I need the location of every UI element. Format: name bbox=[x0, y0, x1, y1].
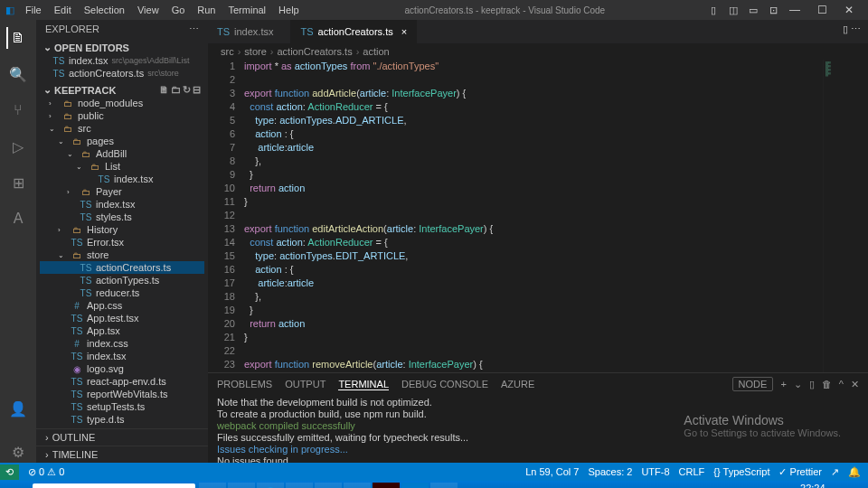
split-editor-icon[interactable]: ▯ bbox=[843, 23, 848, 34]
tree-item[interactable]: TSstyles.ts bbox=[40, 211, 204, 223]
open-editor-item[interactable]: TSindex.tsx src\pages\AddBill\List bbox=[40, 54, 204, 67]
tree-item[interactable]: TSactionTypes.ts bbox=[40, 274, 204, 286]
terminal-dropdown-icon[interactable]: ⌄ bbox=[794, 379, 802, 390]
project-section[interactable]: ⌄KEEPTRACK 🗎 🗀 ↻ ⊟ bbox=[40, 83, 204, 97]
collapse-icon[interactable]: ⊟ bbox=[193, 84, 201, 96]
clock[interactable]: 22:2420-Apr-23 bbox=[800, 483, 844, 488]
split-terminal-icon[interactable]: ▯ bbox=[809, 379, 815, 390]
status-item[interactable]: Ln 59, Col 7 bbox=[525, 466, 579, 477]
search-icon[interactable]: 🔍 bbox=[7, 63, 29, 85]
tree-item[interactable]: TStype.d.ts bbox=[40, 413, 204, 426]
status-item[interactable]: Spaces: 2 bbox=[588, 466, 632, 477]
menu-go[interactable]: Go bbox=[166, 3, 191, 17]
status-item[interactable]: {} TypeScript bbox=[713, 466, 769, 477]
illustrator-app-icon[interactable]: Ai bbox=[373, 483, 400, 488]
tree-item[interactable]: ⌄🗀List bbox=[40, 160, 204, 173]
refresh-icon[interactable]: ↻ bbox=[183, 84, 191, 96]
status-item[interactable]: ↗ bbox=[831, 466, 839, 478]
editor-tab[interactable]: TS actionCreators.ts × bbox=[291, 20, 417, 43]
tree-item[interactable]: ›🗀public bbox=[40, 109, 204, 122]
kill-terminal-icon[interactable]: 🗑 bbox=[822, 379, 832, 389]
tree-item[interactable]: ›🗀History bbox=[40, 223, 204, 236]
toggle-panel-icon[interactable]: ▯ bbox=[705, 2, 722, 18]
panel-tab-output[interactable]: OUTPUT bbox=[285, 379, 326, 389]
tree-item[interactable]: #App.css bbox=[40, 299, 204, 312]
settings-icon[interactable]: ⚙ bbox=[7, 441, 29, 463]
explorer-icon[interactable]: 🗎 bbox=[6, 27, 28, 49]
start-button[interactable]: ⊞ bbox=[4, 483, 29, 488]
menu-file[interactable]: File bbox=[20, 3, 47, 17]
menu-selection[interactable]: Selection bbox=[79, 3, 130, 17]
run-debug-icon[interactable]: ▷ bbox=[7, 136, 29, 157]
more-actions-icon[interactable]: ⋯ bbox=[851, 23, 861, 34]
status-item[interactable]: UTF-8 bbox=[641, 466, 669, 477]
new-terminal-icon[interactable]: + bbox=[780, 379, 786, 389]
tree-item[interactable]: #index.css bbox=[40, 337, 204, 350]
taskbar-search[interactable]: 🔍 Type here to search bbox=[33, 483, 195, 488]
menu-edit[interactable]: Edit bbox=[49, 3, 77, 17]
outline-section[interactable]: ›OUTLINE bbox=[36, 428, 208, 446]
steam-app-icon[interactable]: ◉ bbox=[315, 483, 342, 488]
remote-indicator[interactable]: ⟲ bbox=[0, 465, 19, 480]
status-item[interactable]: CRLF bbox=[679, 466, 705, 477]
panel-tab-debug console[interactable]: DEBUG CONSOLE bbox=[401, 379, 488, 389]
terminal-shell[interactable]: node bbox=[732, 377, 774, 391]
close-panel-icon[interactable]: ✕ bbox=[851, 379, 859, 390]
tree-item[interactable]: TSreportWebVitals.ts bbox=[40, 388, 204, 400]
tree-item[interactable]: TSindex.tsx bbox=[40, 350, 204, 362]
toggle-secondary-icon[interactable]: ▭ bbox=[745, 2, 761, 18]
new-folder-icon[interactable]: 🗀 bbox=[171, 84, 181, 96]
code-editor[interactable]: 1234567891011121314151617181920212223242… bbox=[208, 60, 868, 372]
tree-item[interactable]: ›🗀node_modules bbox=[40, 97, 204, 109]
tree-item[interactable]: ⌄🗀store bbox=[40, 249, 204, 261]
tree-item[interactable]: TSApp.tsx bbox=[40, 324, 204, 337]
chrome-app-icon[interactable]: ◎ bbox=[344, 483, 371, 488]
tree-item[interactable]: ⌄🗀src bbox=[40, 122, 204, 135]
tree-item[interactable]: TSindex.tsx bbox=[40, 173, 204, 185]
tree-item[interactable]: TSsetupTests.ts bbox=[40, 400, 204, 413]
tree-item[interactable]: ›🗀Payer bbox=[40, 185, 204, 198]
tree-item[interactable]: TSApp.test.tsx bbox=[40, 312, 204, 324]
menu-help[interactable]: Help bbox=[273, 3, 305, 17]
close-button[interactable]: ✕ bbox=[835, 0, 863, 20]
explorer-app-icon[interactable]: 📁 bbox=[228, 483, 255, 488]
open-editor-item[interactable]: TSactionCreators.ts src\store bbox=[40, 67, 204, 80]
accounts-icon[interactable]: 👤 bbox=[7, 398, 29, 419]
panel-tab-terminal[interactable]: TERMINAL bbox=[338, 379, 389, 390]
extensions-icon[interactable]: ⊞ bbox=[7, 172, 29, 193]
vscode-app-icon[interactable]: ◧ bbox=[401, 483, 429, 488]
tree-item[interactable]: ◉logo.svg bbox=[40, 362, 204, 375]
source-control-icon[interactable]: ⑂ bbox=[7, 99, 29, 121]
status-item[interactable]: 🔔 bbox=[848, 466, 861, 478]
breadcrumb[interactable]: src › store › actionCreators.ts › action bbox=[208, 43, 868, 60]
toggle-sidebar-icon[interactable]: ◫ bbox=[725, 2, 741, 18]
status-problems[interactable]: ⊘ 0 ⚠ 0 bbox=[28, 466, 64, 478]
minimize-button[interactable]: — bbox=[781, 0, 808, 20]
menu-terminal[interactable]: Terminal bbox=[223, 3, 272, 17]
maximize-button[interactable]: ☐ bbox=[808, 0, 835, 20]
store-app-icon[interactable]: 🛍 bbox=[286, 483, 313, 488]
timeline-section[interactable]: ›TIMELINE bbox=[36, 446, 208, 463]
menu-run[interactable]: Run bbox=[192, 3, 221, 17]
menu-view[interactable]: View bbox=[132, 3, 165, 17]
new-file-icon[interactable]: 🗎 bbox=[159, 84, 169, 96]
tree-item[interactable]: TSactionCreators.ts bbox=[40, 261, 204, 274]
tree-item[interactable]: TSindex.tsx bbox=[40, 198, 204, 211]
maximize-panel-icon[interactable]: ^ bbox=[839, 379, 844, 389]
app-icon[interactable]: 🎮 bbox=[430, 483, 458, 488]
open-editors-section[interactable]: ⌄OPEN EDITORS bbox=[40, 41, 204, 54]
customize-layout-icon[interactable]: ⊡ bbox=[765, 2, 781, 18]
tree-item[interactable]: ⌄🗀AddBill bbox=[40, 147, 204, 160]
taskview-icon[interactable]: ⊡ bbox=[199, 483, 226, 488]
edge-app-icon[interactable]: 🌐 bbox=[257, 483, 284, 488]
minimap[interactable]: ████████████████████████ bbox=[823, 60, 868, 372]
more-icon[interactable]: ⋯ bbox=[189, 23, 199, 35]
azure-icon[interactable]: A bbox=[7, 208, 29, 230]
tree-item[interactable]: TSreact-app-env.d.ts bbox=[40, 375, 204, 388]
tree-item[interactable]: TSError.tsx bbox=[40, 236, 204, 249]
editor-tab[interactable]: TS index.tsx bbox=[208, 20, 291, 43]
panel-tab-problems[interactable]: PROBLEMS bbox=[217, 379, 272, 389]
status-item[interactable]: ✓ Prettier bbox=[778, 466, 822, 478]
panel-tab-azure[interactable]: AZURE bbox=[501, 379, 534, 389]
tree-item[interactable]: TSreducer.ts bbox=[40, 286, 204, 299]
